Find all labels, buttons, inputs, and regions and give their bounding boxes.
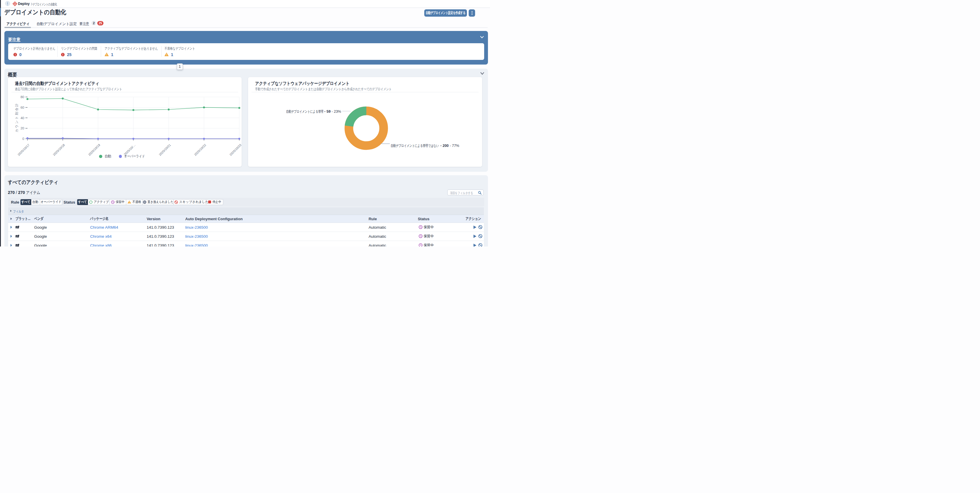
svg-text:20: 20 (21, 126, 24, 130)
svg-text:80: 80 (21, 95, 24, 99)
svg-text:60: 60 (21, 106, 24, 109)
svg-text:カウント別合計: カウント別合計 (15, 103, 18, 133)
svg-text:0: 0 (22, 137, 24, 140)
svg-text:40: 40 (21, 116, 24, 120)
